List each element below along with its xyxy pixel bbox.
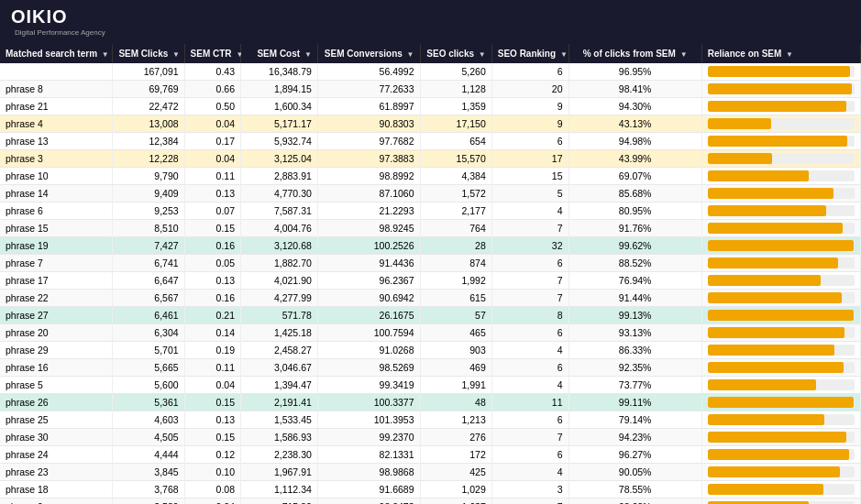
seo-clicks-cell: 15,570 xyxy=(420,150,491,168)
table-row: phrase 265,3610.152,191.41100.3377481199… xyxy=(0,394,861,411)
col-header-seoclicks[interactable]: SEO clicks ▼ xyxy=(420,44,491,63)
pct-sem-cell: 90.05% xyxy=(568,464,701,481)
col-header-cost[interactable]: SEM Cost ▼ xyxy=(241,44,318,63)
reliance-bar-fill xyxy=(708,205,827,216)
sem-conv-cell: 87.1060 xyxy=(317,185,420,203)
seo-clicks-cell: 1,637 xyxy=(420,499,491,505)
table-container[interactable]: Matched search term ▼ SEM Clicks ▼ SEM C… xyxy=(0,44,861,504)
sem-clicks-cell: 4,444 xyxy=(113,446,184,464)
logo-tagline: Digital Performance Agency xyxy=(15,29,105,37)
reliance-bar-fill xyxy=(708,327,844,338)
sem-cost-cell: 1,894.15 xyxy=(241,81,318,98)
seo-clicks-cell: 654 xyxy=(420,133,491,150)
table-row: phrase 869,7690.661,894.1577.26331,12820… xyxy=(0,81,861,98)
col-header-pctsem[interactable]: % of clicks from SEM ▼ xyxy=(568,44,701,63)
reliance-cell xyxy=(701,429,860,446)
sem-conv-cell: 99.2370 xyxy=(317,429,420,446)
sem-ctr-cell: 0.04 xyxy=(184,499,240,505)
sem-cost-cell: 7,587.31 xyxy=(241,203,318,220)
table-row: phrase 413,0080.045,171.1790.830317,1509… xyxy=(0,115,861,133)
seo-rank-cell: 6 xyxy=(491,446,568,464)
sem-conv-cell: 98.0473 xyxy=(317,499,420,505)
sem-cost-cell: 4,021.90 xyxy=(241,272,318,290)
sem-ctr-cell: 0.13 xyxy=(184,272,240,290)
seo-clicks-cell: 48 xyxy=(420,394,491,411)
sort-icon-conv[interactable]: ▼ xyxy=(407,50,414,59)
sort-icon-seoclicks[interactable]: ▼ xyxy=(479,50,486,59)
reliance-cell xyxy=(701,307,860,324)
reliance-bar-bg xyxy=(708,83,855,94)
sem-conv-cell: 91.4436 xyxy=(317,255,420,272)
seo-clicks-cell: 465 xyxy=(420,324,491,342)
term-cell: phrase 3 xyxy=(0,150,113,168)
table-header-row: Matched search term ▼ SEM Clicks ▼ SEM C… xyxy=(0,44,861,63)
col-header-ctr[interactable]: SEM CTR ▼ xyxy=(184,44,240,63)
sem-conv-cell: 100.2526 xyxy=(317,237,420,255)
sort-icon-clicks[interactable]: ▼ xyxy=(172,50,180,59)
sem-cost-cell: 3,125.04 xyxy=(241,150,318,168)
col-header-conv[interactable]: SEM Conversions ▼ xyxy=(317,44,420,63)
sem-cost-cell: 1,882.70 xyxy=(241,255,318,272)
sem-ctr-cell: 0.11 xyxy=(184,168,240,185)
table-row: phrase 295,7010.192,458.2791.0268903486.… xyxy=(0,342,861,359)
reliance-bar-fill xyxy=(708,170,810,181)
sem-cost-cell: 571.78 xyxy=(241,307,318,324)
seo-clicks-cell: 1,991 xyxy=(420,377,491,394)
sem-clicks-cell: 5,361 xyxy=(113,394,184,411)
seo-clicks-cell: 425 xyxy=(420,464,491,481)
reliance-bar-fill xyxy=(708,136,847,147)
sem-conv-cell: 100.7594 xyxy=(317,324,420,342)
sem-ctr-cell: 0.19 xyxy=(184,342,240,359)
pct-sem-cell: 76.94% xyxy=(568,272,701,290)
reliance-bar-fill xyxy=(708,362,844,373)
sort-icon-reliance[interactable]: ▼ xyxy=(786,50,793,59)
sem-conv-cell: 26.1675 xyxy=(317,307,420,324)
sort-icon-term[interactable]: ▼ xyxy=(102,50,109,59)
sem-clicks-cell: 12,228 xyxy=(113,150,184,168)
sem-ctr-cell: 0.16 xyxy=(184,290,240,307)
term-cell: phrase 23 xyxy=(0,464,113,481)
reliance-bar-bg xyxy=(708,292,855,303)
reliance-cell xyxy=(701,98,860,115)
table-row: 167,0910.4316,348.7956.49925,260696.95% xyxy=(0,63,861,81)
pct-sem-cell: 91.44% xyxy=(568,290,701,307)
sem-ctr-cell: 0.14 xyxy=(184,324,240,342)
col-header-term[interactable]: Matched search term ▼ xyxy=(0,44,113,63)
sem-cost-cell: 1,394.47 xyxy=(241,377,318,394)
pct-sem-cell: 93.13% xyxy=(568,324,701,342)
sem-ctr-cell: 0.10 xyxy=(184,464,240,481)
pct-sem-cell: 99.11% xyxy=(568,394,701,411)
term-cell: phrase 8 xyxy=(0,81,113,98)
term-cell: phrase 27 xyxy=(0,307,113,324)
seo-rank-cell: 6 xyxy=(491,63,568,81)
reliance-bar-fill xyxy=(708,188,833,199)
sort-icon-cost[interactable]: ▼ xyxy=(304,50,312,59)
seo-rank-cell: 32 xyxy=(491,237,568,255)
col-header-seorank[interactable]: SEO Ranking ▼ xyxy=(491,44,568,63)
seo-rank-cell: 9 xyxy=(491,115,568,133)
col-header-reliance[interactable]: Reliance on SEM ▼ xyxy=(701,44,860,63)
sem-ctr-cell: 0.11 xyxy=(184,359,240,377)
reliance-bar-bg xyxy=(708,101,855,112)
sort-icon-pctsem[interactable]: ▼ xyxy=(680,50,688,59)
reliance-bar-bg xyxy=(708,379,855,390)
sem-clicks-cell: 3,845 xyxy=(113,464,184,481)
seo-rank-cell: 11 xyxy=(491,394,568,411)
reliance-cell xyxy=(701,203,860,220)
seo-clicks-cell: 764 xyxy=(420,220,491,237)
sem-clicks-cell: 3,589 xyxy=(113,499,184,505)
sort-icon-seorank[interactable]: ▼ xyxy=(560,50,568,59)
reliance-bar-fill xyxy=(708,101,846,112)
sem-ctr-cell: 0.08 xyxy=(184,481,240,499)
sem-ctr-cell: 0.43 xyxy=(184,63,240,81)
seo-rank-cell: 5 xyxy=(491,185,568,203)
seo-rank-cell: 7 xyxy=(491,220,568,237)
reliance-cell xyxy=(701,394,860,411)
seo-clicks-cell: 57 xyxy=(420,307,491,324)
col-header-semclicks[interactable]: SEM Clicks ▼ xyxy=(113,44,184,63)
reliance-cell xyxy=(701,150,860,168)
sem-clicks-cell: 167,091 xyxy=(113,63,184,81)
seo-rank-cell: 17 xyxy=(491,150,568,168)
reliance-cell xyxy=(701,255,860,272)
table-row: phrase 158,5100.154,004.7698.9245764791.… xyxy=(0,220,861,237)
